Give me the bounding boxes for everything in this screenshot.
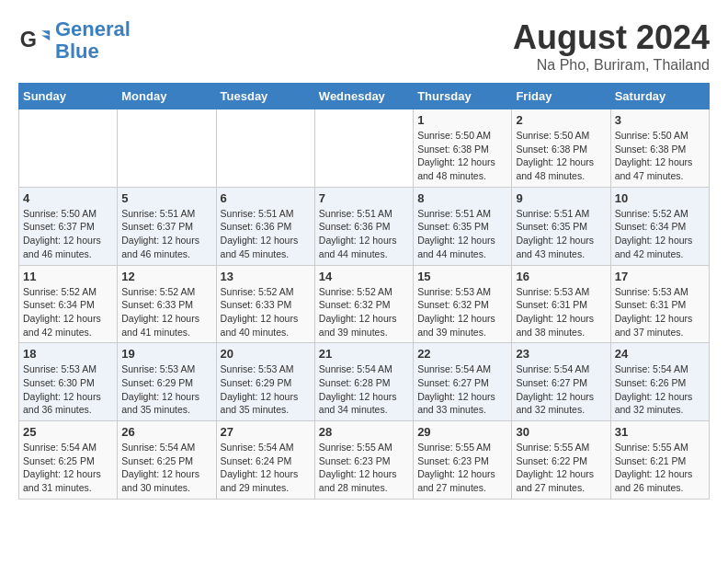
calendar-cell: [19, 109, 118, 188]
calendar-cell: 7Sunrise: 5:51 AM Sunset: 6:36 PM Daylig…: [314, 187, 413, 265]
day-number: 12: [121, 270, 211, 283]
day-of-week-header: Thursday: [414, 84, 512, 109]
calendar-cell: 21Sunrise: 5:54 AM Sunset: 6:28 PM Dayli…: [314, 343, 413, 421]
calendar-cell: 2Sunrise: 5:50 AM Sunset: 6:38 PM Daylig…: [512, 109, 610, 188]
day-info: Sunrise: 5:52 AM Sunset: 6:32 PM Dayligh…: [319, 285, 409, 339]
day-info: Sunrise: 5:51 AM Sunset: 6:35 PM Dayligh…: [417, 207, 507, 261]
calendar-cell: 1Sunrise: 5:50 AM Sunset: 6:38 PM Daylig…: [414, 109, 512, 188]
day-number: 31: [615, 425, 705, 439]
day-info: Sunrise: 5:55 AM Sunset: 6:21 PM Dayligh…: [615, 441, 705, 495]
calendar-cell: 6Sunrise: 5:51 AM Sunset: 6:36 PM Daylig…: [216, 187, 314, 265]
day-of-week-header: Tuesday: [216, 84, 314, 109]
calendar-cell: 26Sunrise: 5:54 AM Sunset: 6:25 PM Dayli…: [118, 421, 216, 500]
day-info: Sunrise: 5:54 AM Sunset: 6:27 PM Dayligh…: [516, 362, 606, 417]
page-header: G General Blue August 2024 Na Pho, Burir…: [18, 18, 710, 74]
day-number: 10: [615, 191, 705, 205]
day-number: 20: [221, 347, 311, 361]
calendar-cell: 9Sunrise: 5:51 AM Sunset: 6:35 PM Daylig…: [512, 187, 610, 265]
day-of-week-header: Wednesday: [314, 84, 413, 109]
day-info: Sunrise: 5:54 AM Sunset: 6:25 PM Dayligh…: [121, 441, 211, 495]
svg-marker-1: [41, 30, 50, 35]
calendar-cell: [216, 109, 314, 188]
page-title: August 2024: [513, 18, 710, 57]
day-info: Sunrise: 5:55 AM Sunset: 6:23 PM Dayligh…: [319, 441, 409, 495]
calendar-week-row: 4Sunrise: 5:50 AM Sunset: 6:37 PM Daylig…: [19, 187, 710, 265]
day-number: 16: [516, 270, 606, 283]
calendar-cell: 30Sunrise: 5:55 AM Sunset: 6:22 PM Dayli…: [512, 421, 610, 500]
day-info: Sunrise: 5:54 AM Sunset: 6:25 PM Dayligh…: [23, 441, 113, 495]
calendar-cell: 18Sunrise: 5:53 AM Sunset: 6:30 PM Dayli…: [19, 343, 118, 421]
calendar-cell: 29Sunrise: 5:55 AM Sunset: 6:23 PM Dayli…: [414, 421, 512, 500]
day-number: 24: [615, 347, 705, 361]
day-number: 9: [516, 191, 606, 205]
day-info: Sunrise: 5:53 AM Sunset: 6:29 PM Dayligh…: [121, 362, 211, 417]
day-info: Sunrise: 5:54 AM Sunset: 6:24 PM Dayligh…: [221, 441, 311, 495]
calendar-cell: 19Sunrise: 5:53 AM Sunset: 6:29 PM Dayli…: [118, 343, 216, 421]
day-number: 27: [221, 425, 311, 439]
day-info: Sunrise: 5:54 AM Sunset: 6:27 PM Dayligh…: [417, 362, 507, 417]
calendar-cell: 8Sunrise: 5:51 AM Sunset: 6:35 PM Daylig…: [414, 187, 512, 265]
svg-text:G: G: [20, 28, 37, 52]
day-info: Sunrise: 5:50 AM Sunset: 6:37 PM Dayligh…: [23, 207, 113, 261]
day-info: Sunrise: 5:54 AM Sunset: 6:26 PM Dayligh…: [615, 362, 705, 417]
calendar-week-row: 1Sunrise: 5:50 AM Sunset: 6:38 PM Daylig…: [19, 109, 710, 188]
calendar-cell: [314, 109, 413, 188]
day-info: Sunrise: 5:53 AM Sunset: 6:32 PM Dayligh…: [417, 285, 507, 339]
day-number: 23: [516, 347, 606, 361]
calendar-cell: 3Sunrise: 5:50 AM Sunset: 6:38 PM Daylig…: [610, 109, 709, 188]
day-number: 25: [23, 425, 113, 439]
day-info: Sunrise: 5:55 AM Sunset: 6:23 PM Dayligh…: [417, 441, 507, 495]
day-number: 6: [221, 191, 311, 205]
calendar-cell: [118, 109, 216, 188]
day-number: 14: [319, 270, 409, 283]
calendar-cell: 20Sunrise: 5:53 AM Sunset: 6:29 PM Dayli…: [216, 343, 314, 421]
day-number: 11: [23, 270, 113, 283]
day-of-week-header: Sunday: [19, 84, 118, 109]
calendar-cell: 17Sunrise: 5:53 AM Sunset: 6:31 PM Dayli…: [610, 265, 709, 343]
day-info: Sunrise: 5:52 AM Sunset: 6:34 PM Dayligh…: [615, 207, 705, 261]
day-number: 1: [417, 113, 507, 127]
day-number: 19: [121, 347, 211, 361]
calendar-cell: 4Sunrise: 5:50 AM Sunset: 6:37 PM Daylig…: [19, 187, 118, 265]
calendar-cell: 28Sunrise: 5:55 AM Sunset: 6:23 PM Dayli…: [314, 421, 413, 500]
calendar-week-row: 11Sunrise: 5:52 AM Sunset: 6:34 PM Dayli…: [19, 265, 710, 343]
calendar-week-row: 25Sunrise: 5:54 AM Sunset: 6:25 PM Dayli…: [19, 421, 710, 500]
day-info: Sunrise: 5:50 AM Sunset: 6:38 PM Dayligh…: [417, 129, 507, 183]
calendar-cell: 16Sunrise: 5:53 AM Sunset: 6:31 PM Dayli…: [512, 265, 610, 343]
day-number: 8: [417, 191, 507, 205]
calendar-cell: 11Sunrise: 5:52 AM Sunset: 6:34 PM Dayli…: [19, 265, 118, 343]
day-number: 3: [615, 113, 705, 127]
day-number: 26: [121, 425, 211, 439]
day-number: 5: [121, 191, 211, 205]
day-number: 15: [417, 270, 507, 283]
day-number: 29: [417, 425, 507, 439]
calendar-cell: 22Sunrise: 5:54 AM Sunset: 6:27 PM Dayli…: [414, 343, 512, 421]
calendar-cell: 27Sunrise: 5:54 AM Sunset: 6:24 PM Dayli…: [216, 421, 314, 500]
day-info: Sunrise: 5:50 AM Sunset: 6:38 PM Dayligh…: [615, 129, 705, 183]
calendar-header-row: SundayMondayTuesdayWednesdayThursdayFrid…: [19, 84, 710, 109]
logo-text: General Blue: [55, 18, 131, 63]
calendar-week-row: 18Sunrise: 5:53 AM Sunset: 6:30 PM Dayli…: [19, 343, 710, 421]
calendar-cell: 15Sunrise: 5:53 AM Sunset: 6:32 PM Dayli…: [414, 265, 512, 343]
calendar-cell: 13Sunrise: 5:52 AM Sunset: 6:33 PM Dayli…: [216, 265, 314, 343]
calendar-cell: 5Sunrise: 5:51 AM Sunset: 6:37 PM Daylig…: [118, 187, 216, 265]
day-number: 18: [23, 347, 113, 361]
day-number: 4: [23, 191, 113, 205]
day-info: Sunrise: 5:53 AM Sunset: 6:29 PM Dayligh…: [221, 362, 311, 417]
day-info: Sunrise: 5:50 AM Sunset: 6:38 PM Dayligh…: [516, 129, 606, 183]
calendar-cell: 10Sunrise: 5:52 AM Sunset: 6:34 PM Dayli…: [610, 187, 709, 265]
day-number: 22: [417, 347, 507, 361]
title-block: August 2024 Na Pho, Buriram, Thailand: [513, 18, 710, 74]
calendar-cell: 23Sunrise: 5:54 AM Sunset: 6:27 PM Dayli…: [512, 343, 610, 421]
calendar-cell: 25Sunrise: 5:54 AM Sunset: 6:25 PM Dayli…: [19, 421, 118, 500]
day-info: Sunrise: 5:52 AM Sunset: 6:34 PM Dayligh…: [23, 285, 113, 339]
day-number: 30: [516, 425, 606, 439]
calendar-cell: 24Sunrise: 5:54 AM Sunset: 6:26 PM Dayli…: [610, 343, 709, 421]
day-number: 28: [319, 425, 409, 439]
day-info: Sunrise: 5:53 AM Sunset: 6:31 PM Dayligh…: [615, 285, 705, 339]
logo-icon: G: [18, 24, 51, 57]
logo: G General Blue: [18, 18, 131, 63]
day-info: Sunrise: 5:51 AM Sunset: 6:35 PM Dayligh…: [516, 207, 606, 261]
svg-marker-2: [41, 36, 50, 40]
day-number: 7: [319, 191, 409, 205]
